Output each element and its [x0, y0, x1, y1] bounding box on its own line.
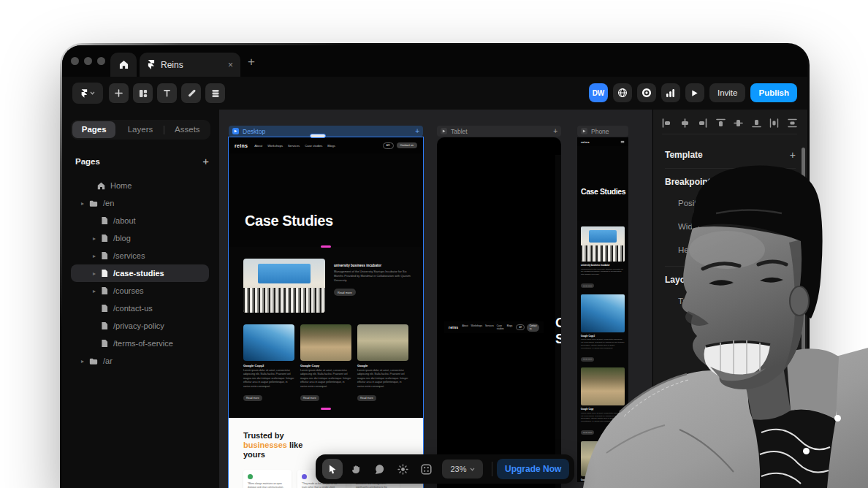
invite-button[interactable]: Invite — [709, 83, 746, 102]
pages-section-title: Pages — [75, 157, 100, 166]
window-controls[interactable] — [71, 57, 105, 65]
hero-title: Case Studies — [245, 213, 333, 229]
align-bottom-icon[interactable] — [752, 118, 761, 128]
align-center-vertical-icon[interactable] — [734, 118, 743, 128]
close-icon[interactable]: × — [228, 60, 233, 70]
brightness-icon — [397, 464, 408, 475]
case-card-image — [581, 294, 625, 332]
divider — [492, 462, 492, 476]
layout-icon — [139, 89, 148, 98]
preview-play-icon[interactable] — [581, 128, 587, 134]
sidebar-item-home[interactable]: Home — [71, 177, 209, 194]
caret-icon[interactable]: ▸ — [93, 288, 101, 294]
select-tool-button[interactable] — [322, 459, 343, 479]
cursor-icon — [327, 464, 338, 474]
effects-button[interactable] — [392, 459, 413, 479]
add-breakpoint-button[interactable]: + — [415, 127, 419, 135]
cms-indicator[interactable] — [321, 245, 331, 248]
sidebar-item-privacy-policy[interactable]: ▸/privacy-policy — [71, 317, 209, 335]
alignment-toolbar — [662, 117, 797, 134]
add-page-button[interactable]: + — [202, 155, 209, 167]
sidebar-item-en[interactable]: ▸/en — [71, 194, 209, 212]
pan-tool-button[interactable] — [346, 459, 366, 479]
sidebar-item-case-studies[interactable]: ▸/case-studies — [71, 264, 209, 282]
align-center-horizontal-icon[interactable] — [680, 118, 690, 128]
sidebar-item-contact-us[interactable]: ▸/contact-us — [71, 300, 209, 317]
zoom-level-dropdown[interactable]: 23% — [442, 460, 483, 479]
publish-button[interactable]: Publish — [750, 83, 797, 102]
align-right-icon[interactable] — [698, 118, 707, 128]
caret-icon[interactable]: ▸ — [93, 253, 101, 259]
caret-icon[interactable]: ▸ — [93, 235, 101, 242]
panel-scrollbar[interactable] — [802, 148, 805, 440]
frame-tablet[interactable]: reins AboutWorkshopsServicesCase studies… — [437, 137, 561, 488]
sidebar-item-about[interactable]: ▸/about — [71, 212, 209, 229]
divider — [665, 168, 796, 169]
add-breakpoint-button[interactable]: + — [553, 127, 557, 135]
snap-grid-button[interactable] — [416, 459, 436, 479]
case-card-image — [300, 324, 351, 361]
framer-menu-button[interactable] — [72, 83, 103, 104]
user-avatar[interactable]: DW — [589, 83, 608, 102]
analytics-button[interactable] — [661, 83, 680, 102]
globe-icon — [617, 88, 628, 98]
tab-reins[interactable]: Reins × — [140, 53, 240, 77]
left-sidebar: Pages Layers Assets Pages + Home ▸/en ▸/… — [62, 110, 219, 488]
distribute-vertical-icon[interactable] — [788, 118, 797, 128]
caret-icon[interactable]: ▸ — [93, 270, 101, 277]
preview-button[interactable] — [685, 83, 704, 102]
frame-label-phone[interactable]: Phone — [577, 126, 628, 137]
case-list-section: university business incubator Management… — [229, 247, 423, 418]
new-tab-button[interactable]: + — [248, 56, 255, 68]
caret-icon[interactable]: ▸ — [81, 358, 89, 365]
trusted-heading: Trusted by businesses like yours — [243, 431, 313, 460]
insert-button[interactable] — [109, 83, 129, 103]
cms-indicator[interactable] — [321, 408, 331, 410]
case-card-image — [243, 324, 294, 361]
layout-section-title: Layout — [665, 275, 693, 285]
preview-play-icon[interactable] — [441, 128, 447, 134]
grid-icon — [421, 464, 432, 475]
language-toggle: AR — [383, 142, 394, 149]
site-settings-button[interactable] — [637, 83, 656, 102]
breakpoint-section-title: Breakpoint — [665, 177, 711, 187]
page-icon — [101, 216, 108, 225]
frame-label-desktop[interactable]: Desktop + — [229, 126, 423, 137]
vector-tool-button[interactable] — [181, 83, 201, 103]
play-icon — [690, 89, 698, 97]
align-left-icon[interactable] — [662, 118, 671, 128]
frame-resize-handle[interactable] — [310, 134, 326, 138]
hand-icon — [351, 464, 361, 474]
page-icon — [101, 339, 108, 348]
read-more-button: Read more — [581, 430, 594, 435]
field-label-height: Height — [678, 245, 702, 254]
read-more-button: Read more — [581, 357, 594, 362]
sidebar-item-ar[interactable]: ▸/ar — [71, 352, 209, 370]
tab-pages[interactable]: Pages — [72, 121, 115, 138]
align-top-icon[interactable] — [716, 118, 726, 128]
sidebar-item-services[interactable]: ▸/services — [71, 247, 209, 264]
caret-icon[interactable]: ▸ — [81, 200, 89, 207]
app-toolbar: DW Invite Publish — [62, 77, 807, 110]
sidebar-item-blog[interactable]: ▸/blog — [71, 229, 209, 247]
cms-tool-button[interactable] — [205, 83, 225, 103]
layout-tool-button[interactable] — [133, 83, 153, 103]
text-tool-button[interactable] — [157, 83, 177, 103]
tab-layers[interactable]: Layers — [118, 121, 161, 138]
tab-assets[interactable]: Assets — [166, 121, 209, 138]
read-more-button: Read more — [243, 395, 262, 401]
home-tab[interactable] — [110, 53, 137, 77]
preview-play-icon[interactable] — [232, 128, 239, 134]
frame-label-tablet[interactable]: Tablet + — [437, 126, 561, 137]
distribute-horizontal-icon[interactable] — [769, 118, 779, 128]
frame-desktop[interactable]: reins AboutWorkshopsServicesCase studies… — [229, 137, 423, 488]
globe-button[interactable] — [613, 83, 632, 102]
add-template-button[interactable]: + — [790, 149, 796, 161]
design-canvas[interactable]: Desktop + reins AboutWorkshopsServicesCa… — [219, 110, 652, 488]
sidebar-item-courses[interactable]: ▸/courses — [71, 282, 209, 300]
upgrade-now-button[interactable]: Upgrade Now — [497, 459, 569, 479]
comment-tool-button[interactable] — [369, 459, 389, 479]
frame-phone[interactable]: reins Case Studies university business i… — [577, 137, 628, 482]
sidebar-item-terms-of-service[interactable]: ▸/terms-of-service — [71, 335, 209, 352]
read-more-button: Read more — [300, 395, 319, 401]
